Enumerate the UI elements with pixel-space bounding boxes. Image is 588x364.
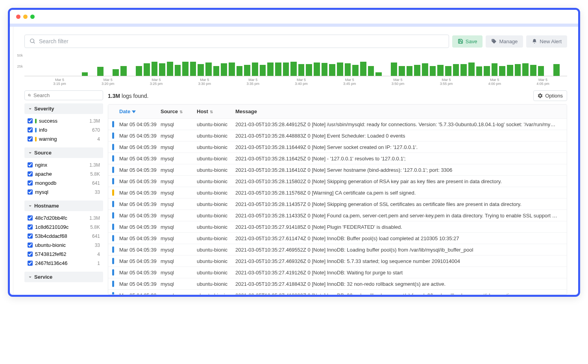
facet-checkbox[interactable] bbox=[28, 180, 33, 186]
chart-bar[interactable] bbox=[368, 66, 374, 76]
chart-bar[interactable] bbox=[237, 66, 243, 76]
facet-checkbox[interactable] bbox=[28, 224, 33, 230]
log-row[interactable]: Mar 05 04:05:39mysqlubuntu-bionic2021-03… bbox=[108, 187, 567, 199]
chart-bar[interactable] bbox=[337, 63, 343, 76]
chart-bar[interactable] bbox=[414, 65, 420, 76]
chart-bar[interactable] bbox=[445, 66, 451, 76]
facet-item[interactable]: mysql33 bbox=[28, 188, 100, 197]
facet-item[interactable]: warning4 bbox=[28, 134, 100, 143]
facet-checkbox[interactable] bbox=[28, 162, 33, 167]
chart-bar[interactable] bbox=[159, 63, 165, 76]
search-filter-input[interactable] bbox=[39, 38, 444, 44]
chart-bar[interactable] bbox=[522, 63, 529, 76]
column-source[interactable]: Source ⇅ bbox=[161, 108, 193, 114]
log-row[interactable]: Mar 05 04:05:39mysqlubuntu-bionic2021-03… bbox=[108, 164, 567, 176]
facet-item[interactable]: info670 bbox=[28, 125, 100, 134]
facet-item[interactable]: 2467fd136c461 bbox=[28, 259, 100, 268]
chart-bar[interactable] bbox=[360, 62, 366, 76]
facet-header-source[interactable]: Source bbox=[24, 147, 103, 158]
chart-bar[interactable] bbox=[144, 63, 150, 76]
facet-checkbox[interactable] bbox=[28, 189, 33, 195]
timeline-chart[interactable]: 50k 25k Mar 53:15 pmMar 53:20 pmMar 53:2… bbox=[24, 53, 567, 89]
log-row[interactable]: Mar 05 04:05:39mysqlubuntu-bionic2021-03… bbox=[108, 199, 567, 210]
search-filter-field[interactable] bbox=[24, 35, 449, 48]
chart-bar[interactable] bbox=[553, 64, 560, 76]
chart-bar[interactable] bbox=[252, 63, 258, 76]
window-minimize-icon[interactable] bbox=[23, 15, 28, 19]
chart-bar[interactable] bbox=[468, 63, 475, 76]
chart-bar[interactable] bbox=[82, 72, 88, 76]
log-row[interactable]: Mar 05 04:05:39mysqlubuntu-bionic2021-03… bbox=[108, 278, 567, 290]
facet-checkbox[interactable] bbox=[28, 215, 33, 221]
log-row[interactable]: Mar 05 04:05:39mysqlubuntu-bionic2021-03… bbox=[108, 233, 567, 244]
chart-bar[interactable] bbox=[267, 63, 274, 76]
chart-bar[interactable] bbox=[407, 66, 413, 76]
chart-bar[interactable] bbox=[314, 63, 320, 76]
chart-bar[interactable] bbox=[391, 63, 397, 76]
log-row[interactable]: Mar 05 04:05:39mysqlubuntu-bionic2021-03… bbox=[108, 221, 567, 233]
window-close-icon[interactable] bbox=[16, 15, 20, 19]
column-date[interactable]: Date bbox=[119, 108, 157, 114]
facet-checkbox[interactable] bbox=[28, 127, 33, 132]
chart-bar[interactable] bbox=[213, 66, 220, 76]
facet-item[interactable]: 48c7d20bb4fc1.3M bbox=[28, 213, 100, 222]
chart-bar[interactable] bbox=[515, 64, 521, 76]
log-row[interactable]: Mar 05 04:05:39mysqlubuntu-bionic2021-03… bbox=[108, 210, 567, 221]
chart-bar[interactable] bbox=[283, 63, 289, 76]
chart-bar[interactable] bbox=[453, 64, 459, 76]
log-row[interactable]: Mar 05 04:05:39mysqlubuntu-bionic2021-03… bbox=[108, 142, 567, 153]
facet-checkbox[interactable] bbox=[28, 118, 33, 123]
chart-bar[interactable] bbox=[375, 72, 382, 76]
facet-search-input[interactable] bbox=[33, 92, 100, 98]
chart-bar[interactable] bbox=[167, 62, 173, 76]
options-button[interactable]: Options bbox=[533, 90, 567, 101]
facet-checkbox[interactable] bbox=[28, 136, 33, 142]
chart-bar[interactable] bbox=[182, 62, 189, 76]
facet-item[interactable]: success1.3M bbox=[28, 116, 100, 125]
facet-checkbox[interactable] bbox=[28, 261, 33, 266]
chart-bar[interactable] bbox=[306, 64, 312, 76]
facet-item[interactable]: 1c8d6210109c5.8K bbox=[28, 222, 100, 232]
chart-bar[interactable] bbox=[298, 64, 305, 76]
chart-bar[interactable] bbox=[422, 63, 428, 76]
facet-item[interactable]: apache5.8K bbox=[28, 169, 100, 178]
chart-bar[interactable] bbox=[97, 67, 104, 76]
log-row[interactable]: Mar 05 04:05:39mysqlubuntu-bionic2021-03… bbox=[108, 119, 567, 130]
chart-bar[interactable] bbox=[437, 65, 444, 76]
chart-bar[interactable] bbox=[476, 66, 483, 76]
log-row[interactable]: Mar 05 04:05:39mysqlubuntu-bionic2021-03… bbox=[108, 176, 567, 187]
chart-bar[interactable] bbox=[229, 63, 235, 76]
chart-bar[interactable] bbox=[430, 66, 436, 76]
window-maximize-icon[interactable] bbox=[30, 15, 35, 19]
log-row[interactable]: Mar 05 04:05:39mysqlubuntu-bionic2021-03… bbox=[108, 267, 567, 278]
chart-bar[interactable] bbox=[399, 66, 405, 76]
chart-bar[interactable] bbox=[113, 69, 119, 76]
log-row[interactable]: Mar 05 04:05:39mysqlubuntu-bionic2021-03… bbox=[108, 130, 567, 142]
chart-bar[interactable] bbox=[322, 63, 328, 76]
chart-bar[interactable] bbox=[530, 65, 536, 76]
save-button[interactable]: Save bbox=[452, 35, 483, 48]
new-alert-button[interactable]: New Alert bbox=[526, 35, 567, 48]
facet-item[interactable]: nginx1.3M bbox=[28, 160, 100, 169]
chart-bar[interactable] bbox=[345, 63, 351, 76]
chart-bar[interactable] bbox=[136, 66, 142, 76]
chart-bar[interactable] bbox=[484, 66, 490, 76]
chart-bar[interactable] bbox=[221, 63, 227, 76]
facet-checkbox[interactable] bbox=[28, 233, 33, 239]
facet-header-severity[interactable]: Severity bbox=[24, 103, 103, 114]
facet-checkbox[interactable] bbox=[28, 252, 33, 257]
log-row[interactable]: Mar 05 04:05:39mysqlubuntu-bionic2021-03… bbox=[108, 244, 567, 256]
facet-header-service[interactable]: Service bbox=[24, 272, 103, 282]
chart-bar[interactable] bbox=[460, 64, 467, 76]
chart-bar[interactable] bbox=[290, 62, 297, 76]
chart-bar[interactable] bbox=[152, 62, 158, 76]
chart-bar[interactable] bbox=[499, 66, 505, 76]
chart-bar[interactable] bbox=[507, 65, 513, 76]
chart-bar[interactable] bbox=[190, 62, 196, 76]
facet-search-field[interactable] bbox=[24, 90, 103, 100]
chart-bar[interactable] bbox=[352, 65, 359, 76]
facet-item[interactable]: 5743812fef624 bbox=[28, 250, 100, 259]
log-row[interactable]: Mar 05 04:05:39mysqlubuntu-bionic2021-03… bbox=[108, 256, 567, 267]
chart-bar[interactable] bbox=[260, 65, 266, 76]
log-row[interactable]: Mar 05 04:05:39mysqlubuntu-bionic2021-03… bbox=[108, 153, 567, 164]
